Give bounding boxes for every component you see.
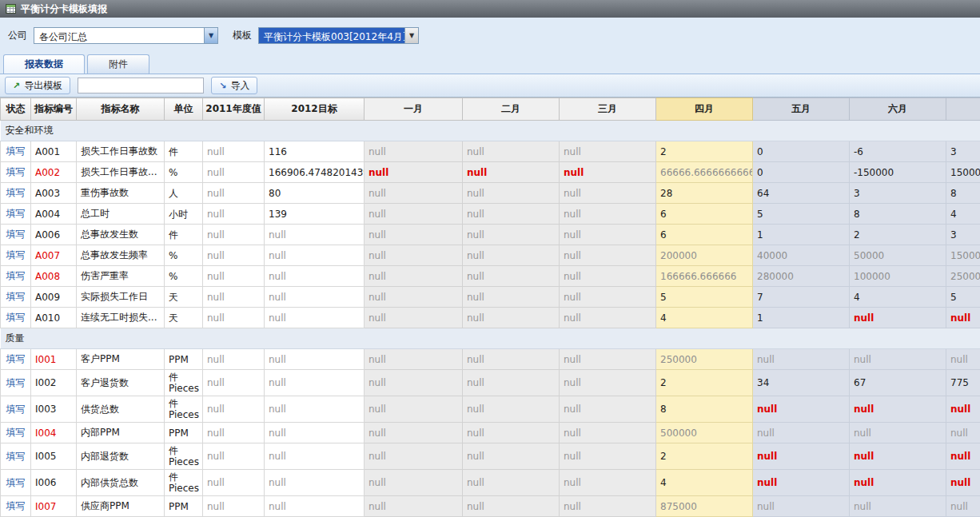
unit-line1: PPM xyxy=(169,428,198,439)
indicator-name: 内部退货数 xyxy=(77,443,165,470)
month-cell: 2 xyxy=(850,225,946,245)
table-row: 填写I002客户退货数件Piecesnullnullnullnullnull23… xyxy=(1,370,980,396)
month-cell: null xyxy=(463,183,560,204)
table-row: 填写A003重伤事故数人null80nullnullnull286438 xyxy=(1,183,980,204)
unit-cell: % xyxy=(165,245,203,266)
fill-link[interactable]: 填写 xyxy=(6,477,26,488)
column-header-unit[interactable]: 单位 xyxy=(165,98,203,121)
unit-line1: 件 xyxy=(169,229,198,241)
column-header-2011[interactable]: 2011年度值 xyxy=(203,98,265,121)
month-cell: 34 xyxy=(753,370,850,396)
fill-link[interactable]: 填写 xyxy=(6,145,26,157)
unit-line1: 件 xyxy=(169,372,198,383)
month-cell[interactable]: 8 xyxy=(656,396,753,423)
fill-link[interactable]: 填写 xyxy=(6,404,26,415)
unit-cell: 天 xyxy=(165,287,203,308)
indicator-code: I001 xyxy=(31,349,77,370)
month-cell: 100000 xyxy=(850,266,946,287)
month-cell[interactable]: 200000 xyxy=(656,245,753,266)
tab-attachments[interactable]: 附件 xyxy=(87,54,149,74)
month-cell: null xyxy=(946,396,980,423)
month-cell[interactable]: 2 xyxy=(656,141,753,162)
target-2012-cell: null xyxy=(265,496,365,517)
month-cell[interactable]: 166666.666666 xyxy=(656,266,753,287)
column-header-status[interactable]: 状态 xyxy=(1,98,31,121)
company-select[interactable]: 各公司汇总 ▼ xyxy=(34,27,218,44)
column-header-target-2012[interactable]: 2012目标 xyxy=(265,98,365,121)
month-cell: null xyxy=(850,443,946,470)
value-2011-cell: null xyxy=(203,308,265,328)
column-header-code[interactable]: 指标编号 xyxy=(31,98,77,121)
column-header-name[interactable]: 指标名称 xyxy=(77,98,165,121)
month-cell: 4 xyxy=(946,204,980,225)
month-cell[interactable]: 28 xyxy=(656,183,753,204)
fill-link[interactable]: 填写 xyxy=(6,270,26,281)
column-header-feb[interactable]: 二月 xyxy=(463,98,560,121)
month-cell: 15000 xyxy=(946,245,980,266)
company-select-value[interactable]: 各公司汇总 xyxy=(34,28,204,43)
month-cell: null xyxy=(463,443,560,470)
indicator-code: I005 xyxy=(31,443,77,470)
fill-link[interactable]: 填写 xyxy=(6,166,26,177)
import-button[interactable]: ↘ 导入 xyxy=(211,77,257,94)
month-cell[interactable]: 5 xyxy=(656,287,753,308)
chevron-down-icon[interactable]: ▼ xyxy=(204,28,217,43)
fill-link[interactable]: 填写 xyxy=(6,377,26,388)
month-cell[interactable]: 4 xyxy=(656,470,753,496)
unit-line1: PPM xyxy=(169,501,198,512)
fill-link[interactable]: 填写 xyxy=(6,427,26,438)
column-header-mar[interactable]: 三月 xyxy=(560,98,656,121)
fill-link[interactable]: 填写 xyxy=(6,500,26,511)
chevron-down-icon[interactable]: ▼ xyxy=(404,28,418,43)
column-header-may[interactable]: 五月 xyxy=(753,98,850,121)
month-cell[interactable]: 2 xyxy=(656,370,753,396)
table-row: 填写I007供应商PPMPPMnullnullnullnullnull87500… xyxy=(1,496,980,517)
fill-link[interactable]: 填写 xyxy=(6,187,26,198)
month-cell[interactable]: 66666.6666666666 xyxy=(656,162,753,183)
month-cell: null xyxy=(560,423,656,443)
column-header-jun[interactable]: 六月 xyxy=(850,98,946,121)
fill-link[interactable]: 填写 xyxy=(6,208,26,219)
fill-link[interactable]: 填写 xyxy=(6,312,26,323)
status-cell: 填写 xyxy=(1,245,31,266)
indicator-name: 总事故发生数 xyxy=(77,225,165,245)
fill-link[interactable]: 填写 xyxy=(6,353,26,364)
import-file-input[interactable] xyxy=(78,78,204,93)
indicator-name: 总工时 xyxy=(77,204,165,225)
month-cell: null xyxy=(463,245,560,266)
indicator-name: 重伤事故数 xyxy=(77,183,165,204)
group-header-row: 质量 xyxy=(1,328,980,349)
month-cell: 280000 xyxy=(753,266,850,287)
tab-report-data[interactable]: 报表数据 xyxy=(3,54,85,74)
export-template-button[interactable]: ↗ 导出模板 xyxy=(5,77,70,94)
template-select[interactable]: 平衡计分卡模板003[2012年4月] ▼ xyxy=(258,27,419,44)
column-header-apr[interactable]: 四月 xyxy=(656,98,753,121)
fill-link[interactable]: 填写 xyxy=(6,451,26,462)
month-cell[interactable]: 6 xyxy=(656,204,753,225)
month-cell[interactable]: 250000 xyxy=(656,349,753,370)
month-cell: null xyxy=(850,470,946,496)
unit-cell: 件Pieces xyxy=(165,370,203,396)
button-toolbar: ↗ 导出模板 ↘ 导入 xyxy=(0,74,980,97)
unit-line2: Pieces xyxy=(169,409,198,420)
month-cell: null xyxy=(560,396,656,423)
indicator-code: A001 xyxy=(31,141,77,162)
month-cell: null xyxy=(365,443,463,470)
fill-link[interactable]: 填写 xyxy=(6,249,26,260)
fill-link[interactable]: 填写 xyxy=(6,229,26,240)
value-2011-cell: null xyxy=(203,183,265,204)
unit-cell: 件 xyxy=(165,141,203,162)
template-select-value[interactable]: 平衡计分卡模板003[2012年4月] xyxy=(259,28,404,43)
month-cell: 1 xyxy=(753,225,850,245)
month-cell[interactable]: 4 xyxy=(656,308,753,328)
month-cell[interactable]: 2 xyxy=(656,443,753,470)
target-2012-cell: null xyxy=(265,396,365,423)
month-cell[interactable]: 875000 xyxy=(656,496,753,517)
indicator-name: 供货总数 xyxy=(77,396,165,423)
month-cell[interactable]: 6 xyxy=(656,225,753,245)
column-header-jan[interactable]: 一月 xyxy=(365,98,463,121)
month-cell: null xyxy=(365,245,463,266)
fill-link[interactable]: 填写 xyxy=(6,291,26,302)
column-header-clipped[interactable] xyxy=(946,98,980,121)
month-cell[interactable]: 500000 xyxy=(656,423,753,443)
